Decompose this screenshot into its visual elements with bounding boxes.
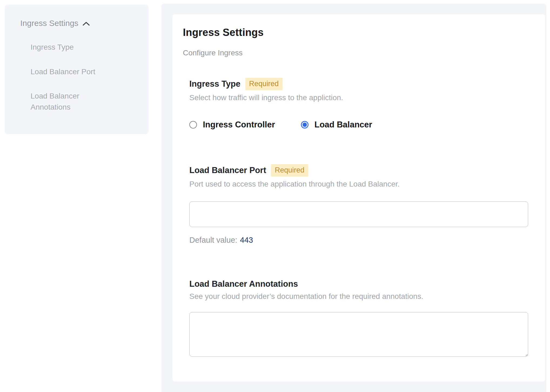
lb-annotations-title: Load Balancer Annotations — [189, 279, 298, 289]
sidebar-item-load-balancer-annotations[interactable]: Load Balancer Annotations — [31, 91, 117, 113]
required-badge: Required — [245, 78, 283, 90]
radio-button-icon[interactable] — [301, 121, 308, 129]
chevron-up-icon[interactable] — [82, 21, 90, 26]
config-sections: Ingress Type Required Select how traffic… — [189, 78, 528, 358]
radio-option-label: Load Balancer — [314, 120, 372, 130]
ingress-type-options: Ingress Controller Load Balancer — [189, 120, 528, 130]
default-value-label: Default value: — [189, 236, 237, 244]
section-load-balancer-port: Load Balancer Port Required Port used to… — [189, 164, 528, 245]
section-ingress-type: Ingress Type Required Select how traffic… — [189, 78, 528, 130]
page-title: Ingress Settings — [183, 27, 535, 38]
lb-port-title: Load Balancer Port — [189, 165, 266, 175]
lb-annotations-description: See your cloud provider’s documentation … — [189, 292, 528, 301]
radio-option-ingress-controller[interactable]: Ingress Controller — [189, 120, 275, 130]
sidebar-group-ingress-settings[interactable]: Ingress Settings — [20, 19, 138, 28]
radio-button-icon[interactable] — [189, 121, 197, 129]
ingress-type-title: Ingress Type — [189, 79, 240, 89]
sidebar-group-label: Ingress Settings — [20, 19, 78, 28]
sidebar-item-ingress-type[interactable]: Ingress Type — [31, 42, 117, 53]
default-value-line: Default value:443 — [189, 236, 528, 245]
config-card: Ingress Settings Configure Ingress Ingre… — [173, 14, 545, 381]
section-load-balancer-annotations: Load Balancer Annotations See your cloud… — [189, 279, 528, 358]
sidebar: Ingress Settings Ingress Type Load Balan… — [5, 5, 149, 134]
radio-option-label: Ingress Controller — [203, 120, 275, 130]
ingress-type-description: Select how traffic will ingress to the a… — [189, 93, 528, 102]
load-balancer-port-input[interactable] — [189, 201, 528, 227]
lb-port-description: Port used to access the application thro… — [189, 180, 528, 188]
required-badge: Required — [271, 164, 308, 177]
main-panel: Ingress Settings Configure Ingress Ingre… — [161, 4, 546, 392]
load-balancer-annotations-textarea[interactable] — [189, 312, 528, 357]
page: Ingress Settings Ingress Type Load Balan… — [0, 0, 550, 392]
sidebar-item-load-balancer-port[interactable]: Load Balancer Port — [31, 66, 117, 77]
page-subtitle: Configure Ingress — [183, 49, 535, 57]
radio-option-load-balancer[interactable]: Load Balancer — [301, 120, 372, 130]
default-value-number: 443 — [240, 236, 253, 244]
sidebar-item-list: Ingress Type Load Balancer Port Load Bal… — [20, 42, 138, 113]
